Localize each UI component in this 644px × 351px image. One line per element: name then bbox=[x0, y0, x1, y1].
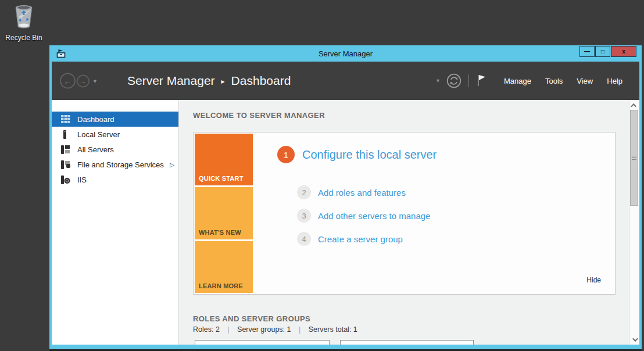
history-caret-icon[interactable]: ▼ bbox=[92, 78, 98, 84]
dashboard-icon bbox=[61, 115, 71, 123]
learn-more-tab[interactable]: LEARN MORE bbox=[195, 241, 253, 293]
menu-view[interactable]: View bbox=[577, 77, 593, 85]
menu-tools[interactable]: Tools bbox=[545, 77, 563, 85]
scope-caret-icon[interactable]: ▼ bbox=[435, 78, 441, 84]
step-number-badge: 3 bbox=[297, 209, 311, 223]
all-servers-icon bbox=[61, 145, 71, 154]
forward-icon[interactable]: → bbox=[77, 74, 90, 87]
sidebar-item-label: All Servers bbox=[77, 145, 114, 154]
file-storage-icon bbox=[61, 160, 71, 169]
back-icon[interactable]: ← bbox=[60, 73, 76, 89]
whats-new-tab-label: WHAT'S NEW bbox=[199, 229, 241, 236]
navigation-bar: ← → ▼ Server Manager▸Dashboard ▼ bbox=[52, 62, 639, 100]
sidebar-item-label: Dashboard bbox=[77, 115, 115, 124]
server-manager-window: Server Manager — □ x ← → ▼ Server Manage… bbox=[49, 45, 642, 349]
step-create-server-group[interactable]: 4 Create a server group bbox=[297, 232, 403, 246]
roles-stats: Roles: 2 | Server groups: 1 | Servers to… bbox=[193, 325, 357, 334]
breadcrumb-current[interactable]: Dashboard bbox=[231, 74, 291, 87]
step-link[interactable]: Add roles and features bbox=[318, 188, 406, 198]
main-content: WELCOME TO SERVER MANAGER QUICK START WH… bbox=[179, 100, 629, 345]
sidebar-item-label: IIS bbox=[77, 176, 87, 184]
stat-servers-total: Servers total: 1 bbox=[309, 325, 357, 334]
sidebar-item-iis[interactable]: IIS bbox=[52, 172, 178, 187]
chevron-up-icon bbox=[631, 103, 636, 109]
whats-new-tab[interactable]: WHAT'S NEW bbox=[195, 187, 253, 239]
scrollbar-thumb[interactable] bbox=[630, 110, 638, 206]
step-number-badge: 2 bbox=[297, 185, 311, 199]
sidebar: Dashboard Local Server bbox=[52, 100, 179, 345]
breadcrumb-separator-icon: ▸ bbox=[221, 77, 225, 85]
sidebar-item-all-servers[interactable]: All Servers bbox=[52, 142, 178, 157]
roles-section-heading: ROLES AND SERVER GROUPS bbox=[193, 314, 310, 323]
step-number-badge: 1 bbox=[277, 146, 295, 163]
step-link[interactable]: Create a server group bbox=[318, 234, 403, 244]
title-bar[interactable]: Server Manager — □ x bbox=[52, 45, 639, 62]
minimize-button[interactable]: — bbox=[579, 46, 595, 57]
stat-server-groups: Server groups: 1 bbox=[237, 325, 291, 334]
step-configure-local-server[interactable]: 1 Configure this local server bbox=[277, 146, 437, 163]
stat-roles: Roles: 2 bbox=[193, 325, 220, 334]
stat-separator: | bbox=[299, 325, 300, 334]
role-tile[interactable] bbox=[340, 340, 474, 345]
close-button[interactable]: x bbox=[611, 46, 636, 57]
recycle-bin-label: Recycle Bin bbox=[5, 34, 43, 42]
hide-link[interactable]: Hide bbox=[586, 276, 601, 284]
scroll-up-button[interactable] bbox=[629, 101, 639, 110]
notifications-flag-icon[interactable] bbox=[476, 74, 488, 88]
breadcrumb: Server Manager▸Dashboard bbox=[127, 74, 291, 88]
local-server-icon bbox=[61, 130, 71, 139]
chevron-down-icon bbox=[632, 336, 638, 342]
recycle-bin[interactable]: Recycle Bin bbox=[5, 2, 43, 42]
quick-start-tab-label: QUICK START bbox=[199, 175, 244, 182]
step-link[interactable]: Add other servers to manage bbox=[318, 211, 430, 221]
quick-start-card: QUICK START WHAT'S NEW LEARN MORE 1 Conf… bbox=[193, 132, 616, 295]
expand-arrow-icon[interactable]: ▷ bbox=[170, 162, 174, 168]
role-tile[interactable] bbox=[195, 340, 330, 345]
step-add-other-servers[interactable]: 3 Add other servers to manage bbox=[297, 209, 430, 223]
scroll-down-button[interactable] bbox=[629, 335, 639, 344]
quick-start-tab[interactable]: QUICK START bbox=[195, 134, 253, 185]
sidebar-item-file-storage-services[interactable]: File and Storage Services ▷ bbox=[52, 157, 178, 172]
sidebar-item-local-server[interactable]: Local Server bbox=[52, 127, 178, 142]
step-add-roles-features[interactable]: 2 Add roles and features bbox=[297, 185, 406, 199]
welcome-heading: WELCOME TO SERVER MANAGER bbox=[193, 111, 325, 120]
stat-separator: | bbox=[227, 325, 229, 334]
refresh-icon[interactable] bbox=[446, 73, 461, 88]
step-number-badge: 4 bbox=[297, 232, 311, 246]
maximize-button[interactable]: □ bbox=[595, 46, 610, 57]
step-link[interactable]: Configure this local server bbox=[302, 148, 437, 162]
toolbar-divider bbox=[468, 74, 469, 87]
sidebar-item-label: Local Server bbox=[77, 130, 120, 139]
learn-more-tab-label: LEARN MORE bbox=[199, 282, 243, 289]
vertical-scrollbar[interactable] bbox=[629, 100, 639, 345]
thumb-grip-icon bbox=[632, 156, 636, 160]
sidebar-item-dashboard[interactable]: Dashboard bbox=[52, 112, 178, 127]
sidebar-item-label: File and Storage Services bbox=[77, 160, 164, 169]
window-title: Server Manager bbox=[52, 49, 639, 58]
iis-icon bbox=[61, 176, 71, 184]
recycle-bin-icon[interactable] bbox=[10, 22, 38, 32]
menu-help[interactable]: Help bbox=[607, 77, 622, 85]
menu-manage[interactable]: Manage bbox=[504, 77, 531, 85]
breadcrumb-root[interactable]: Server Manager bbox=[127, 74, 215, 87]
